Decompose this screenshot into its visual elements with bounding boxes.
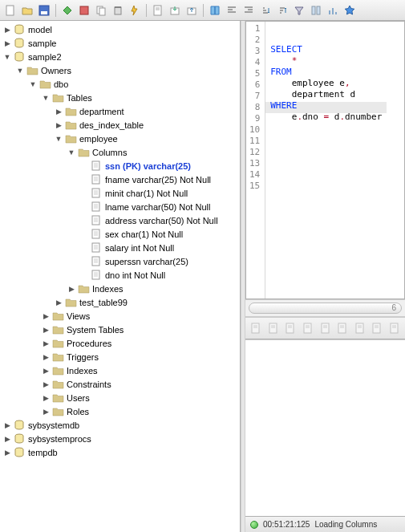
tree-item[interactable]: ▶Users	[0, 391, 240, 404]
rs-prev-icon[interactable]	[266, 320, 281, 336]
code-line[interactable]: SELECT	[270, 44, 382, 55]
code-line[interactable]	[270, 123, 382, 134]
tree-item[interactable]: ▶Roles	[0, 404, 240, 418]
book-icon[interactable]	[207, 2, 223, 18]
tree-item[interactable]: fname varchar(25) Not Null	[0, 173, 240, 186]
tree-item[interactable]: salary int Not Null	[0, 241, 240, 254]
chevron-down-icon[interactable]: ▼	[55, 135, 63, 143]
rs-next-icon[interactable]	[301, 320, 316, 336]
bolt-icon[interactable]	[127, 2, 143, 18]
chevron-right-icon[interactable]: ▶	[42, 408, 50, 416]
bar-icon[interactable]	[325, 2, 341, 18]
code-line[interactable]	[270, 201, 382, 213]
tree-item[interactable]: ▶des_index_table	[0, 118, 240, 132]
code-line[interactable]	[270, 134, 382, 145]
tree-item[interactable]: ▶sample	[0, 36, 240, 50]
align-left-icon[interactable]	[224, 2, 240, 18]
align-right-icon[interactable]	[241, 2, 257, 18]
rs-remove-icon[interactable]	[352, 320, 367, 336]
tree-item[interactable]: ▼dbo	[0, 77, 240, 91]
tree-item[interactable]: lname varchar(50) Not Null	[0, 200, 240, 213]
chevron-down-icon[interactable]: ▼	[29, 80, 37, 88]
chevron-right-icon[interactable]: ▶	[42, 380, 50, 388]
tree-item[interactable]: ▶Triggers	[0, 350, 240, 363]
star-icon[interactable]	[342, 2, 358, 18]
tree-item[interactable]: ▶Constraints	[0, 377, 240, 391]
code-line[interactable]: FROM	[270, 67, 382, 78]
sort-asc-icon[interactable]	[257, 2, 273, 18]
chevron-right-icon[interactable]: ▶	[3, 26, 11, 34]
sort-desc-icon[interactable]	[274, 2, 290, 18]
chevron-down-icon[interactable]: ▼	[67, 148, 75, 156]
code-area[interactable]: SELECT *FROM employee e, department dWHE…	[265, 22, 387, 298]
disconnect-icon[interactable]	[76, 2, 92, 18]
tree-item[interactable]: ▶System Tables	[0, 323, 240, 336]
chevron-right-icon[interactable]: ▶	[3, 435, 11, 443]
rs-add-icon[interactable]	[335, 320, 350, 336]
rs-copy-icon[interactable]	[370, 320, 385, 336]
code-line[interactable]	[270, 179, 382, 190]
filter-icon[interactable]	[291, 2, 307, 18]
tree-item[interactable]: ▼employee	[0, 132, 240, 145]
chevron-right-icon[interactable]: ▶	[55, 121, 63, 129]
code-line[interactable]: WHERE	[270, 100, 382, 112]
chevron-right-icon[interactable]: ▶	[3, 449, 11, 457]
code-line[interactable]	[270, 156, 382, 168]
tree-item[interactable]: ▶sybsystemdb	[0, 418, 240, 432]
tree-item[interactable]: ▼Tables	[0, 91, 240, 104]
db-tree[interactable]: ▶model▶sample▼sample2▼Owners▼dbo▼Tables▶…	[0, 21, 240, 532]
chevron-right-icon[interactable]: ▶	[42, 339, 50, 347]
tree-item[interactable]: dno int Not Null	[0, 268, 240, 282]
tree-item[interactable]: ▶tempdb	[0, 445, 240, 459]
chevron-right-icon[interactable]: ▶	[3, 39, 11, 47]
tree-item[interactable]: ▶model	[0, 22, 240, 36]
tree-item[interactable]: ▼Owners	[0, 63, 240, 77]
tree-item[interactable]: sex char(1) Not Null	[0, 227, 240, 241]
tree-item[interactable]: minit char(1) Not Null	[0, 186, 240, 200]
tree-item[interactable]: ▶sybsystemprocs	[0, 432, 240, 445]
import-icon[interactable]	[184, 2, 200, 18]
tree-item[interactable]: ssn (PK) varchar(25)	[0, 159, 240, 173]
hscroll-track[interactable]: 6	[249, 303, 402, 314]
save-icon[interactable]	[36, 2, 52, 18]
tree-item[interactable]: address varchar(50) Not Null	[0, 213, 240, 227]
chevron-right-icon[interactable]: ▶	[3, 421, 11, 429]
tree-item[interactable]: superssn varchar(25)	[0, 254, 240, 268]
chevron-right-icon[interactable]: ▶	[42, 367, 50, 375]
chevron-right-icon[interactable]: ▶	[42, 353, 50, 361]
hscroll-ruler[interactable]: 6	[245, 299, 405, 317]
export-icon[interactable]	[167, 2, 183, 18]
chevron-right-icon[interactable]: ▶	[55, 298, 63, 307]
chevron-right-icon[interactable]: ▶	[67, 285, 75, 293]
tree-item[interactable]: ▼Columns	[0, 145, 240, 159]
chevron-right-icon[interactable]: ▶	[42, 326, 50, 334]
code-line[interactable]: *	[270, 55, 382, 67]
tree-item[interactable]: ▶Indexes	[0, 363, 240, 377]
code-line[interactable]	[270, 168, 382, 179]
code-line[interactable]	[270, 190, 382, 201]
rs-row-icon[interactable]	[283, 320, 298, 336]
tree-item[interactable]: ▶test_table99	[0, 295, 240, 309]
chevron-down-icon[interactable]: ▼	[42, 94, 50, 102]
doc-icon[interactable]	[150, 2, 166, 18]
chevron-right-icon[interactable]: ▶	[55, 108, 63, 116]
sql-editor[interactable]: 123456789101112131415 SELECT *FROM emplo…	[245, 21, 405, 299]
rs-paste-icon[interactable]	[387, 320, 403, 336]
rs-last-icon[interactable]	[318, 320, 333, 336]
code-line[interactable]: employee e,	[270, 78, 382, 89]
code-line[interactable]: department d	[270, 89, 382, 100]
tree-item[interactable]: ▶department	[0, 104, 240, 118]
copy-icon[interactable]	[93, 2, 109, 18]
tree-item[interactable]: ▶Views	[0, 309, 240, 323]
new-icon[interactable]	[2, 2, 18, 18]
connect-icon[interactable]	[59, 2, 75, 18]
tree-item[interactable]: ▶Indexes	[0, 282, 240, 295]
delete-icon[interactable]	[110, 2, 126, 18]
tree-item[interactable]: ▼sample2	[0, 50, 240, 63]
chevron-right-icon[interactable]: ▶	[42, 312, 50, 320]
tree-item[interactable]: ▶Procedures	[0, 336, 240, 350]
chevron-right-icon[interactable]: ▶	[42, 394, 50, 402]
open-icon[interactable]	[19, 2, 35, 18]
rs-first-icon[interactable]	[249, 320, 264, 336]
chevron-down-icon[interactable]: ▼	[16, 67, 24, 75]
